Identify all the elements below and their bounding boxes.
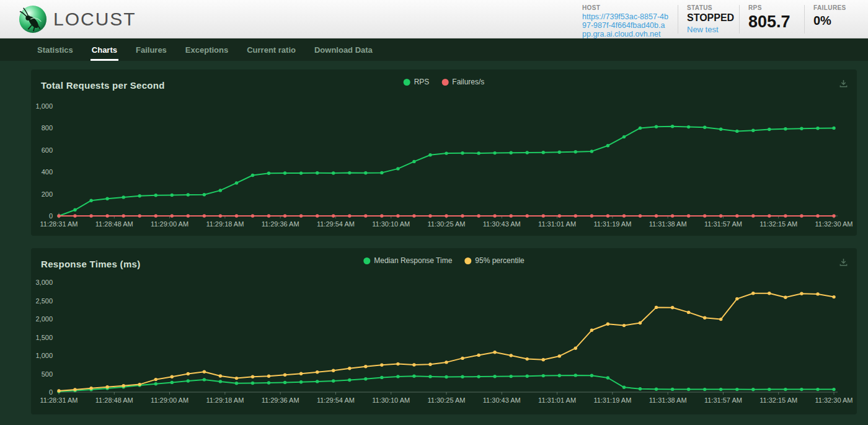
header-stats: HOST https://739f53ac-8857-4b97-987f-4f6… bbox=[574, 0, 859, 38]
svg-text:0: 0 bbox=[49, 212, 53, 220]
svg-text:11:31:38 AM: 11:31:38 AM bbox=[649, 220, 687, 228]
svg-text:11:31:57 AM: 11:31:57 AM bbox=[704, 220, 742, 228]
svg-text:11:31:57 AM: 11:31:57 AM bbox=[704, 396, 742, 404]
locust-logo-icon bbox=[19, 5, 47, 34]
svg-text:11:29:18 AM: 11:29:18 AM bbox=[206, 396, 244, 404]
svg-text:11:31:01 AM: 11:31:01 AM bbox=[538, 396, 576, 404]
svg-text:11:30:25 AM: 11:30:25 AM bbox=[428, 220, 466, 228]
svg-text:11:32:15 AM: 11:32:15 AM bbox=[760, 396, 797, 404]
legend-item-rps[interactable]: RPS bbox=[404, 78, 430, 86]
locust-logo[interactable]: LOCUST bbox=[19, 5, 136, 34]
svg-text:11:29:36 AM: 11:29:36 AM bbox=[262, 396, 299, 404]
tab-statistics[interactable]: Statistics bbox=[37, 38, 73, 61]
svg-text:11:29:18 AM: 11:29:18 AM bbox=[206, 220, 244, 228]
svg-text:11:31:38 AM: 11:31:38 AM bbox=[649, 396, 687, 404]
svg-text:11:30:10 AM: 11:30:10 AM bbox=[372, 220, 410, 228]
rps-stat: RPS 805.7 bbox=[740, 0, 804, 38]
svg-text:11:30:25 AM: 11:30:25 AM bbox=[428, 396, 466, 404]
rps-value: 805.7 bbox=[748, 12, 795, 31]
svg-text:600: 600 bbox=[42, 146, 53, 154]
chart-card-rps: 02004006008001,00011:28:31 AM11:28:48 AM… bbox=[31, 69, 857, 236]
tab-current-ratio[interactable]: Current ratio bbox=[247, 38, 296, 61]
legend-item-failures[interactable]: Failures/s bbox=[441, 78, 484, 86]
response-times-chart-legend: Median Response Time 95% percentile bbox=[363, 256, 524, 265]
app-header: LOCUST HOST https://739f53ac-8857-4b97-9… bbox=[0, 0, 868, 38]
status-stat: STATUS STOPPED New test bbox=[678, 0, 739, 38]
svg-text:11:28:31 AM: 11:28:31 AM bbox=[40, 396, 78, 404]
tab-exceptions[interactable]: Exceptions bbox=[185, 38, 228, 61]
percentile-legend-dot bbox=[464, 257, 471, 264]
status-value: STOPPED bbox=[687, 12, 730, 24]
svg-text:11:31:19 AM: 11:31:19 AM bbox=[593, 396, 631, 404]
svg-text:800: 800 bbox=[42, 124, 53, 132]
failures-stat: FAILURES 0% bbox=[805, 0, 859, 38]
svg-text:11:29:54 AM: 11:29:54 AM bbox=[317, 396, 355, 404]
svg-text:2,500: 2,500 bbox=[35, 297, 53, 305]
rps-chart-legend: RPS Failures/s bbox=[404, 78, 485, 86]
svg-text:500: 500 bbox=[42, 370, 53, 378]
rps-legend-dot bbox=[404, 79, 410, 86]
svg-text:11:30:43 AM: 11:30:43 AM bbox=[483, 220, 521, 228]
host-stat: HOST https://739f53ac-8857-4b97-987f-4f6… bbox=[574, 0, 678, 38]
svg-text:1,500: 1,500 bbox=[35, 334, 53, 341]
legend-item-median[interactable]: Median Response Time bbox=[363, 256, 452, 265]
svg-text:11:31:19 AM: 11:31:19 AM bbox=[593, 220, 631, 228]
status-label: STATUS bbox=[687, 4, 730, 11]
svg-text:11:28:48 AM: 11:28:48 AM bbox=[95, 220, 133, 228]
svg-text:11:29:36 AM: 11:29:36 AM bbox=[262, 220, 299, 228]
svg-text:3,000: 3,000 bbox=[35, 279, 53, 286]
svg-text:1,000: 1,000 bbox=[35, 102, 53, 110]
download-icon bbox=[839, 257, 848, 267]
host-label: HOST bbox=[582, 4, 669, 11]
new-test-link[interactable]: New test bbox=[687, 25, 719, 34]
response-times-chart-plot: 05001,0001,5002,0002,5003,00011:28:31 AM… bbox=[31, 248, 857, 414]
svg-text:400: 400 bbox=[42, 168, 53, 176]
failures-value: 0% bbox=[813, 12, 851, 29]
median-legend-dot bbox=[363, 257, 370, 264]
download-chart-button[interactable] bbox=[837, 256, 849, 268]
chart-title-response-times: Response Times (ms) bbox=[41, 259, 140, 269]
tab-failures[interactable]: Failures bbox=[136, 38, 167, 61]
rps-chart-plot: 02004006008001,00011:28:31 AM11:28:48 AM… bbox=[31, 69, 857, 236]
svg-text:0: 0 bbox=[49, 388, 53, 396]
svg-text:11:32:15 AM: 11:32:15 AM bbox=[760, 220, 797, 228]
svg-text:200: 200 bbox=[42, 190, 53, 198]
tab-charts[interactable]: Charts bbox=[92, 38, 117, 61]
download-icon bbox=[839, 79, 848, 88]
svg-text:11:32:30 AM: 11:32:30 AM bbox=[815, 220, 853, 228]
tab-download-data[interactable]: Download Data bbox=[314, 38, 373, 61]
app-title: LOCUST bbox=[53, 9, 136, 30]
svg-text:11:29:00 AM: 11:29:00 AM bbox=[151, 396, 188, 404]
main-nav: Statistics Charts Failures Exceptions Cu… bbox=[0, 38, 868, 61]
host-link[interactable]: https://739f53ac-8857-4b97-987f-4f664fba… bbox=[582, 12, 669, 38]
svg-text:11:30:43 AM: 11:30:43 AM bbox=[483, 396, 521, 404]
svg-text:11:30:10 AM: 11:30:10 AM bbox=[372, 396, 410, 404]
rps-label: RPS bbox=[748, 4, 795, 11]
failures-legend-dot bbox=[441, 79, 448, 86]
svg-text:1,000: 1,000 bbox=[35, 352, 53, 359]
svg-text:11:28:31 AM: 11:28:31 AM bbox=[40, 220, 78, 228]
svg-text:11:32:30 AM: 11:32:30 AM bbox=[815, 396, 853, 404]
svg-text:11:31:01 AM: 11:31:01 AM bbox=[538, 220, 576, 228]
svg-text:11:29:00 AM: 11:29:00 AM bbox=[151, 220, 188, 228]
chart-card-response-times: 05001,0001,5002,0002,5003,00011:28:31 AM… bbox=[31, 248, 857, 414]
legend-item-95th-percentile[interactable]: 95% percentile bbox=[464, 256, 524, 265]
svg-text:2,000: 2,000 bbox=[35, 315, 53, 323]
failures-label: FAILURES bbox=[813, 4, 851, 11]
download-chart-button[interactable] bbox=[837, 77, 849, 89]
chart-title-rps: Total Requests per Second bbox=[41, 80, 165, 91]
svg-text:11:28:48 AM: 11:28:48 AM bbox=[95, 396, 133, 404]
svg-text:11:29:54 AM: 11:29:54 AM bbox=[317, 220, 355, 228]
